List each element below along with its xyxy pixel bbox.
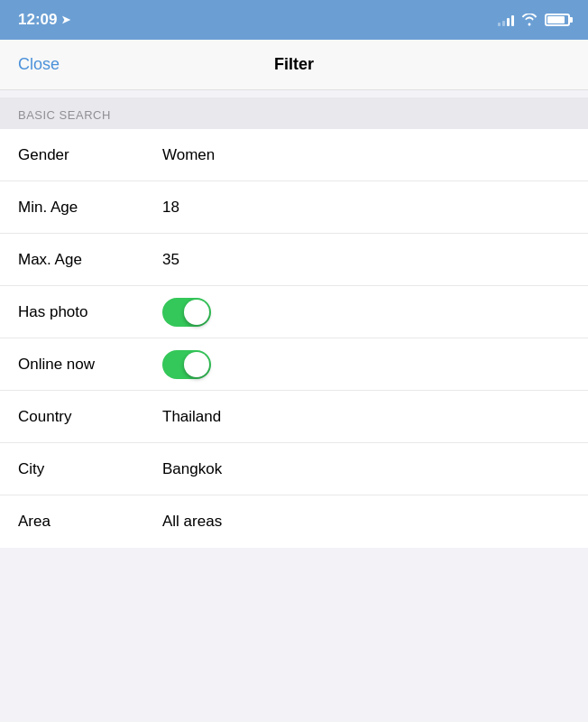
- has-photo-label: Has photo: [18, 303, 162, 321]
- nav-bar: Close Filter: [0, 40, 588, 90]
- signal-icon: [498, 14, 514, 26]
- max-age-label: Max. Age: [18, 251, 162, 269]
- status-bar: 12:09 ➤: [0, 0, 588, 40]
- online-now-toggle[interactable]: [162, 350, 211, 379]
- gender-row[interactable]: Gender Women: [0, 129, 588, 181]
- area-row[interactable]: Area All areas: [0, 495, 588, 548]
- time-display: 12:09: [18, 11, 57, 29]
- country-value: Thailand: [162, 408, 221, 426]
- wifi-icon: [521, 14, 537, 26]
- country-label: Country: [18, 408, 162, 426]
- status-icons: [498, 14, 570, 26]
- basic-search-section-header: BASIC SEARCH: [0, 97, 588, 129]
- close-button[interactable]: Close: [18, 55, 60, 74]
- city-value: Bangkok: [162, 460, 222, 478]
- area-value: All areas: [162, 513, 222, 531]
- min-age-value: 18: [162, 199, 179, 217]
- has-photo-row[interactable]: Has photo: [0, 286, 588, 338]
- online-now-toggle-knob: [184, 352, 209, 377]
- location-icon: ➤: [61, 14, 70, 26]
- max-age-value: 35: [162, 251, 179, 269]
- page-title: Filter: [274, 55, 314, 74]
- online-now-label: Online now: [18, 356, 162, 374]
- min-age-row[interactable]: Min. Age 18: [0, 181, 588, 234]
- gender-value: Women: [162, 146, 215, 164]
- max-age-row[interactable]: Max. Age 35: [0, 234, 588, 286]
- gender-label: Gender: [18, 146, 162, 164]
- battery-icon: [545, 14, 570, 26]
- city-row[interactable]: City Bangkok: [0, 443, 588, 495]
- area-label: Area: [18, 513, 162, 531]
- has-photo-toggle[interactable]: [162, 298, 211, 327]
- has-photo-toggle-knob: [184, 300, 209, 325]
- min-age-label: Min. Age: [18, 199, 162, 217]
- online-now-row[interactable]: Online now: [0, 338, 588, 391]
- country-row[interactable]: Country Thailand: [0, 391, 588, 443]
- status-time: 12:09 ➤: [18, 11, 70, 29]
- settings-list: Gender Women Min. Age 18 Max. Age 35 Has…: [0, 129, 588, 548]
- city-label: City: [18, 460, 162, 478]
